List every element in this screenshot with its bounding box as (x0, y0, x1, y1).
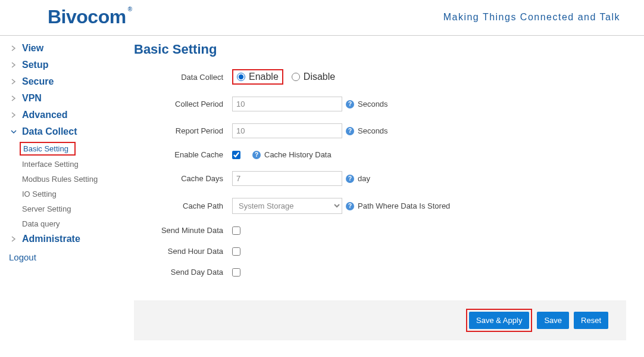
sidebar: View Setup Secure VPN Advanced Data Coll… (0, 36, 116, 346)
nav-item-advanced[interactable]: Advanced (3, 108, 116, 122)
row-send-hour: Send Hour Data (134, 247, 626, 256)
checkbox-send-minute[interactable] (232, 226, 240, 235)
chevron-right-icon (9, 62, 18, 68)
save-apply-button[interactable]: Save & Apply (469, 312, 529, 329)
row-data-collect: Data Collect Enable Disable (134, 69, 626, 85)
radio-disable-label: Disable (304, 72, 335, 82)
label-enable-cache: Enable Cache (134, 150, 232, 159)
label-cache-days: Cache Days (134, 174, 232, 183)
sidebar-item-io-setting[interactable]: IO Setting (20, 188, 59, 200)
help-icon[interactable]: ? (252, 151, 261, 159)
input-report-period[interactable] (232, 123, 342, 138)
row-collect-period: Collect Period ? Seconds (134, 97, 626, 111)
label-data-collect: Data Collect (134, 73, 232, 82)
radio-disable[interactable] (292, 73, 300, 81)
input-collect-period[interactable] (232, 97, 342, 111)
nav-item-secure[interactable]: Secure (3, 75, 116, 88)
chevron-right-icon (9, 112, 18, 118)
checkbox-send-day[interactable] (232, 268, 240, 277)
checkbox-enable-cache[interactable] (232, 151, 240, 159)
nav-label: Setup (22, 60, 48, 70)
help-icon[interactable]: ? (346, 175, 354, 183)
chevron-down-icon (9, 129, 18, 135)
row-report-period: Report Period ? Seconds (134, 123, 626, 138)
sidebar-item-server-setting[interactable]: Server Setting (20, 203, 73, 215)
label-cache-path: Cache Path (134, 201, 232, 210)
logout-link[interactable]: Logout (3, 249, 116, 262)
nav-item-vpn[interactable]: VPN (3, 92, 116, 105)
row-send-minute: Send Minute Data (134, 226, 626, 235)
reset-button[interactable]: Reset (574, 312, 608, 329)
nav-item-administrate[interactable]: Administrate (3, 232, 116, 246)
nav-item-view[interactable]: View (3, 42, 116, 55)
hint-enable-cache: Cache History Data (264, 150, 332, 159)
radio-enable-wrap: Enable (232, 69, 283, 85)
sub-items: Basic Setting Interface Setting Modbus R… (3, 142, 116, 232)
row-enable-cache: Enable Cache ? Cache History Data (134, 150, 626, 159)
label-report-period: Report Period (134, 126, 232, 135)
row-cache-days: Cache Days ? day (134, 171, 626, 186)
nav-item-setup[interactable]: Setup (3, 58, 116, 72)
label-send-day: Send Day Data (134, 268, 232, 277)
hint-cache-path: Path Where Data Is Stored (358, 201, 450, 210)
chevron-right-icon (9, 79, 18, 85)
radio-disable-wrap: Disable (292, 72, 335, 82)
header: Bivocom Making Things Connected and Talk (0, 0, 644, 36)
sidebar-item-basic-setting[interactable]: Basic Setting (20, 142, 76, 156)
nav-label: Secure (22, 76, 54, 87)
chevron-right-icon (9, 45, 18, 51)
page-title: Basic Setting (134, 42, 626, 57)
chevron-right-icon (9, 95, 18, 101)
help-icon[interactable]: ? (346, 100, 354, 108)
help-icon[interactable]: ? (346, 202, 354, 210)
sidebar-item-modbus-rules[interactable]: Modbus Rules Setting (20, 173, 100, 185)
logo: Bivocom (48, 6, 126, 28)
label-send-hour: Send Hour Data (134, 247, 232, 256)
tagline: Making Things Connected and Talk (443, 12, 620, 23)
sidebar-item-data-query[interactable]: Data query (20, 218, 62, 230)
chevron-right-icon (9, 236, 18, 242)
save-apply-highlight: Save & Apply (466, 309, 532, 332)
nav-label: Advanced (22, 110, 67, 120)
unit-collect-period: Seconds (358, 100, 388, 108)
radio-enable-label: Enable (249, 72, 279, 82)
input-cache-days[interactable] (232, 171, 342, 186)
nav-label: VPN (22, 93, 42, 104)
label-collect-period: Collect Period (134, 100, 232, 108)
main: View Setup Secure VPN Advanced Data Coll… (0, 36, 644, 346)
unit-cache-days: day (358, 174, 370, 183)
nav-label: View (22, 43, 43, 54)
unit-report-period: Seconds (358, 126, 388, 135)
content: Basic Setting Data Collect Enable Disabl… (116, 36, 644, 346)
row-send-day: Send Day Data (134, 268, 626, 277)
sidebar-item-interface-setting[interactable]: Interface Setting (20, 158, 81, 170)
checkbox-send-hour[interactable] (232, 247, 240, 256)
nav-item-data-collect[interactable]: Data Collect (3, 125, 116, 138)
footer-bar: Save & Apply Save Reset (134, 300, 626, 340)
label-send-minute: Send Minute Data (134, 226, 232, 235)
save-button[interactable]: Save (537, 312, 569, 329)
help-icon[interactable]: ? (346, 127, 354, 135)
nav-label: Administrate (22, 234, 80, 244)
row-cache-path: Cache Path System Storage ? Path Where D… (134, 198, 626, 214)
radio-enable[interactable] (237, 73, 245, 81)
select-cache-path[interactable]: System Storage (232, 198, 342, 214)
nav-label: Data Collect (22, 126, 77, 137)
